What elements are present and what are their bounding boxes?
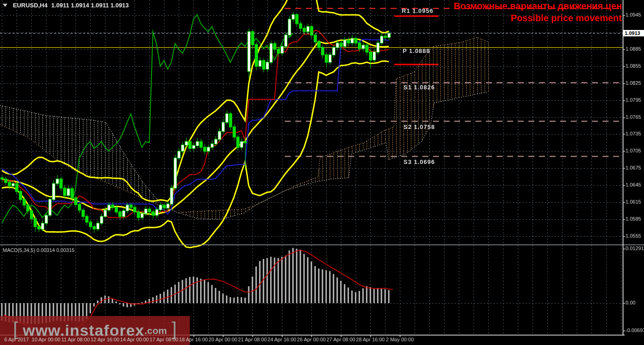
mt4-chart-window: EURUSD,H4 1.0911 1.0914 1.0911 1.0913 Во…	[0, 0, 644, 345]
annotation-russian: Возможные варианты движения цен	[454, 1, 622, 12]
annotation-english: Possible price movement	[511, 13, 622, 23]
time-axis-label: 27 Apr 08:00	[327, 337, 355, 342]
pivot-level-label: R1 1.0956	[402, 7, 433, 14]
time-axis-label: 14 Apr 00:00	[120, 337, 149, 342]
price-axis-label: 1.0675	[626, 165, 641, 170]
time-axis-label: 28 Apr 16:00	[356, 337, 385, 342]
pivot-level-label: S2 1.0758	[404, 123, 435, 130]
price-axis-label: 1.0945	[626, 12, 641, 18]
pivot-level-label: S1 1.0826	[404, 84, 435, 91]
time-axis-label: 11 Apr 08:00	[61, 337, 90, 342]
current-price-tag: 1.0913	[623, 30, 644, 36]
pivot-level-label: S3 1.0696	[404, 158, 435, 165]
macd-axis-label: 0.00	[626, 300, 635, 305]
price-axis-label: 1.0645	[626, 182, 641, 187]
time-axis-label: 21 Apr 08:00	[238, 337, 267, 342]
time-axis-label: 17 Apr 08:00	[150, 337, 178, 342]
macd-axis-label: -0.00697	[626, 327, 644, 333]
price-axis-label: 1.0885	[626, 46, 641, 52]
price-axis-label: 1.0855	[626, 63, 641, 69]
time-axis-label: 10 Apr 00:00	[32, 337, 60, 342]
collapse-ohlc-icon[interactable]	[3, 4, 7, 7]
price-axis-label: 1.0825	[626, 80, 641, 86]
price-axis-label: 1.0795	[626, 97, 641, 103]
ohlc-values: 1.0911 1.0914 1.0911 1.0913	[51, 2, 129, 9]
price-axis-label: 1.0735	[626, 131, 641, 136]
time-axis-label: 12 Apr 16:00	[91, 337, 119, 342]
price-axis-label: 1.0585	[626, 216, 641, 222]
time-axis-label: 20 Apr 00:00	[209, 337, 237, 342]
macd-axis-label: 0.01291	[626, 246, 644, 251]
time-axis-label: 2 May 00:00	[386, 337, 414, 342]
price-axis-label: 1.0705	[626, 148, 641, 153]
time-axis-label: 18 Apr 16:00	[179, 337, 208, 342]
time-axis-label: 26 Apr 00:00	[297, 337, 326, 342]
chart-title: EURUSD,H4 1.0911 1.0914 1.0911 1.0913	[3, 2, 129, 9]
watermark-suffix: .com	[145, 325, 167, 336]
price-chart-canvas[interactable]	[0, 0, 644, 345]
price-axis-label: 1.0765	[626, 114, 641, 120]
price-axis-label: 1.0615	[626, 199, 641, 205]
time-axis-label: 24 Apr 16:00	[268, 337, 296, 342]
pivot-level-label: P 1.0888	[403, 47, 430, 54]
macd-indicator-label: MACD(5,34,5) 0.00314 0.00315	[3, 247, 75, 253]
time-axis-label: 6 Apr 2017	[4, 337, 29, 342]
price-axis-label: 1.0555	[626, 233, 641, 239]
symbol-period-label: EURUSD,H4	[13, 2, 47, 9]
